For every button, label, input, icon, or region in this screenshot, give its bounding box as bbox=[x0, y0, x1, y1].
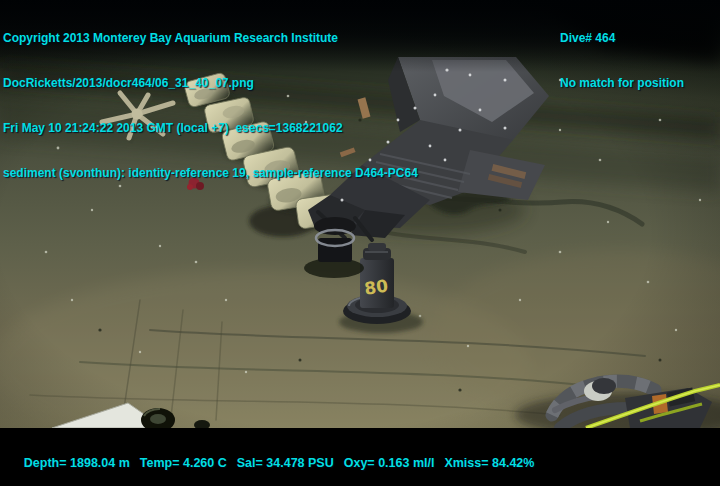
file-path-line: DocRicketts/2013/docr464/06_31_40_07.png bbox=[3, 76, 418, 91]
overlay-header: Copyright 2013 Monterey Bay Aquarium Res… bbox=[3, 1, 418, 211]
salinity-readout: Sal= 34.478 PSU bbox=[237, 456, 334, 470]
position-status: No match for position bbox=[560, 76, 684, 91]
video-frame: 80 bbox=[0, 0, 720, 486]
dive-number: Dive# 464 bbox=[560, 31, 684, 46]
core-80-label: 80 bbox=[363, 275, 389, 298]
annotation-line: sediment (svonthun): identity-reference … bbox=[3, 166, 418, 181]
overlay-header-right: Dive# 464 No match for position bbox=[560, 1, 684, 121]
oxygen-readout: Oxy= 0.163 ml/l bbox=[344, 456, 435, 470]
temp-readout: Temp= 4.260 C bbox=[140, 456, 227, 470]
timestamp-line: Fri May 10 21:24:22 2013 GMT (local +7) … bbox=[3, 121, 418, 136]
telemetry-readout: Depth= 1898.04 mTemp= 4.260 CSal= 34.478… bbox=[3, 442, 544, 484]
copyright-line: Copyright 2013 Monterey Bay Aquarium Res… bbox=[3, 31, 418, 46]
transmissivity-readout: Xmiss= 84.42% bbox=[444, 456, 534, 470]
status-bar: Depth= 1898.04 mTemp= 4.260 CSal= 34.478… bbox=[0, 428, 720, 486]
depth-readout: Depth= 1898.04 m bbox=[24, 456, 130, 470]
